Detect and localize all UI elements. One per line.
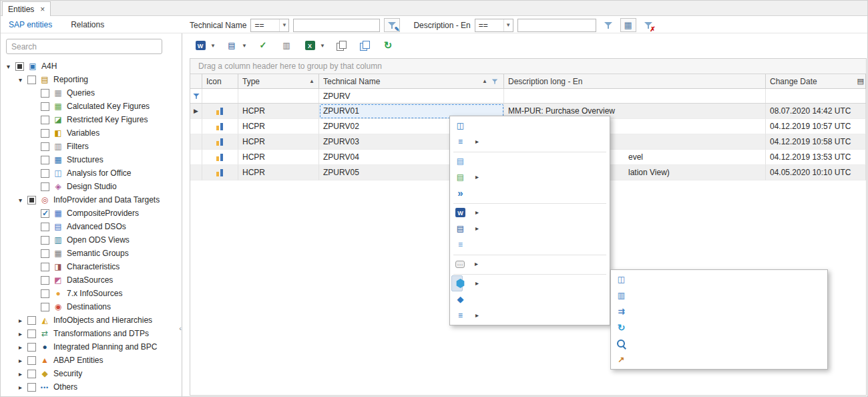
tree-checkbox[interactable] — [41, 303, 49, 311]
tree-checkbox[interactable] — [27, 383, 36, 392]
menu-item[interactable]: Comments — [451, 256, 463, 272]
cell-type[interactable]: HCPR — [238, 134, 319, 150]
expander-icon[interactable] — [17, 317, 24, 324]
column-customize-icon[interactable]: ▤ — [857, 77, 864, 86]
tree-item[interactable]: Design Studio — [1, 180, 181, 193]
tree-checkbox[interactable] — [27, 316, 36, 325]
tree-item[interactable]: Characteristics — [1, 260, 181, 273]
submenu-item[interactable]: Data Loads and Usages — [612, 319, 624, 336]
filter-cell-change-date[interactable] — [766, 89, 866, 103]
description-operator-select[interactable]: == ▼ — [475, 19, 513, 32]
cell-type[interactable]: HCPR — [238, 119, 319, 134]
column-header[interactable]: Technical Name — [319, 74, 504, 88]
refresh-icon[interactable] — [379, 37, 397, 53]
menu-item[interactable] — [451, 253, 608, 256]
submenu-item[interactable]: Analyze/Compare — [612, 336, 624, 352]
tree-checkbox[interactable] — [41, 249, 49, 258]
tree-item[interactable]: Integrated Planning and BPC — [1, 340, 181, 354]
tree-item[interactable]: Destinations — [1, 300, 181, 313]
tree-item[interactable]: Structures — [1, 153, 181, 166]
cell-change-date[interactable]: 04.12.2019 13:53 UTC — [766, 150, 866, 165]
tree-item[interactable]: Variables — [1, 126, 181, 140]
column-header[interactable]: Change Date — [766, 74, 866, 88]
submenu-item[interactable]: Data Lineage — [612, 352, 624, 368]
submenu-item[interactable]: Show included InfoObjects and their Data… — [612, 303, 624, 319]
tree-item[interactable]: InfoObjects and Hierarchies — [1, 313, 181, 327]
expander-icon[interactable] — [17, 357, 24, 364]
tree-item[interactable]: Restricted Key Figures — [1, 113, 181, 126]
clear-filter-button[interactable]: ✗ — [640, 18, 656, 32]
menu-item[interactable]: Scenario Assignment and Usage — [451, 153, 463, 169]
apply-filter-button[interactable] — [600, 18, 616, 32]
tree-checkbox[interactable] — [41, 236, 49, 245]
menu-item[interactable] — [451, 272, 608, 275]
menu-item[interactable]: Others — [451, 307, 463, 323]
tree-item[interactable]: Advanced DSOs — [1, 220, 181, 233]
expander-icon[interactable] — [5, 63, 12, 70]
tree-checkbox[interactable] — [27, 370, 36, 378]
tree-item[interactable]: DataSources — [1, 273, 181, 287]
copy-with-headers-icon[interactable] — [356, 37, 373, 53]
tree-checkbox[interactable] — [27, 329, 36, 338]
toolbar-dropdown-icon[interactable]: ▼ — [240, 37, 248, 53]
tree-checkbox[interactable] — [41, 116, 49, 124]
technical-name-filter-input[interactable] — [293, 19, 380, 32]
menu-item[interactable]: Display Data Flow — [451, 118, 463, 134]
column-header[interactable]: Icon — [202, 74, 238, 88]
tree-checkbox[interactable] — [41, 223, 49, 231]
menu-item[interactable] — [451, 150, 608, 153]
tree-checkbox[interactable] — [41, 129, 49, 138]
copy-icon[interactable] — [333, 37, 350, 53]
description-filter-input[interactable] — [517, 19, 596, 32]
cell-icon[interactable] — [202, 104, 238, 119]
tree-checkbox[interactable] — [41, 276, 49, 285]
cell-change-date[interactable]: 04.12.2019 10:58 UTC — [766, 134, 866, 150]
tree-item[interactable]: InfoProvider and Data Targets — [1, 193, 181, 207]
menu-item[interactable]: Assign Layer — [451, 134, 463, 150]
technical-name-operator-select[interactable]: == ▼ — [250, 19, 289, 32]
menu-item[interactable]: List of all created documentations — [451, 237, 463, 253]
subtab-sap-entities[interactable]: SAP entities — [6, 20, 55, 29]
tree-item[interactable]: Filters — [1, 140, 181, 153]
tree-checkbox[interactable] — [41, 102, 49, 111]
close-tab-icon[interactable]: × — [40, 5, 45, 13]
filter-cell-icon[interactable] — [202, 89, 238, 103]
export-excel-icon[interactable] — [301, 37, 318, 53]
filter-cell-description[interactable] — [504, 89, 766, 103]
tree-checkbox[interactable] — [41, 209, 49, 218]
scenario-assignment-filter-icon[interactable] — [254, 37, 272, 53]
group-by-panel[interactable]: Drag a column header here to group by th… — [190, 59, 866, 74]
menu-item[interactable]: Open Documentation — [451, 221, 463, 237]
menu-item[interactable] — [451, 201, 608, 205]
tree-item[interactable]: Others — [1, 380, 181, 394]
cell-change-date[interactable]: 04.05.2020 10:10 UTC — [766, 165, 866, 180]
cell-type[interactable]: HCPR — [238, 150, 319, 165]
toolbar-dropdown-icon[interactable]: ▼ — [318, 37, 327, 53]
tree-checkbox[interactable] — [41, 169, 49, 178]
search-input[interactable] — [7, 39, 162, 53]
tree-checkbox[interactable] — [27, 76, 36, 84]
tree-item[interactable]: CompositeProviders — [1, 207, 181, 220]
menu-item[interactable]: Collect for Migration Booster — [451, 185, 463, 201]
chevron-down-icon[interactable]: ▼ — [503, 19, 513, 31]
menu-item[interactable]: Scenario Quick Assignment — [451, 169, 463, 185]
tree-item[interactable]: Reporting — [1, 73, 181, 86]
tree-checkbox[interactable] — [41, 289, 49, 298]
tree-checkbox[interactable] — [41, 263, 49, 271]
cell-icon[interactable] — [202, 150, 238, 165]
tree-checkbox[interactable] — [41, 156, 49, 164]
tree-item[interactable]: Analysis for Office — [1, 166, 181, 180]
collapse-panel-icon[interactable]: ‹ — [178, 319, 183, 337]
column-chooser-icon[interactable] — [278, 37, 295, 53]
cell-icon[interactable] — [202, 134, 238, 150]
cell-type[interactable]: HCPR — [238, 104, 319, 119]
tree-checkbox[interactable] — [27, 196, 36, 205]
technical-name-filter-button[interactable]: ✎ — [384, 18, 400, 32]
tree-item[interactable]: Calculated Key Figures — [1, 100, 181, 113]
cell-type[interactable]: HCPR — [238, 165, 319, 180]
submenu-item[interactable]: Usage in Transports — [612, 287, 624, 303]
column-header[interactable]: Description long - En — [504, 74, 766, 88]
filter-cell-type[interactable] — [238, 89, 319, 103]
subtab-relations[interactable]: Relations — [68, 20, 107, 29]
menu-item[interactable]: Open in Translation Steward — [451, 291, 463, 307]
